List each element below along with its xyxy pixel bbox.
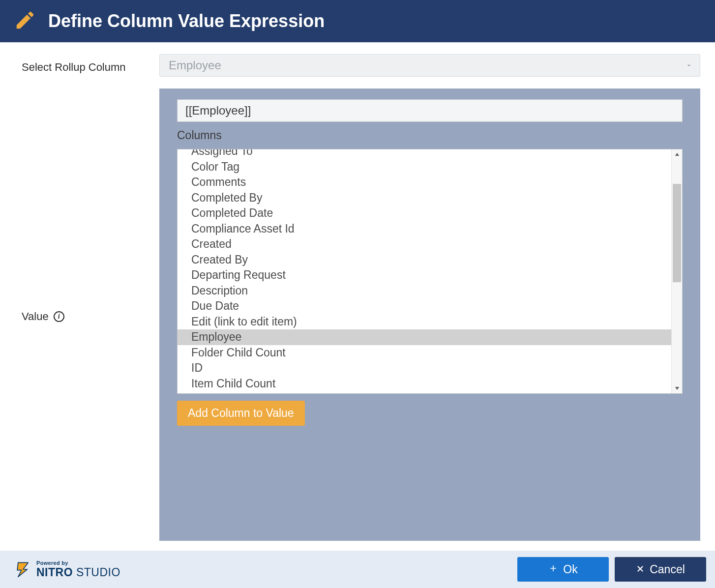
brand: Powered by NITRO STUDIO	[15, 560, 120, 579]
nitro-logo-icon	[15, 561, 31, 578]
rollup-column-value: Employee	[169, 59, 221, 72]
powered-by-text: Powered by	[36, 560, 120, 566]
cancel-button[interactable]: Cancel	[615, 557, 706, 582]
list-item[interactable]: Created	[178, 236, 671, 252]
brand-name-thin: STUDIO	[73, 566, 120, 579]
columns-listbox: Assigned ToColor TagCommentsCompleted By…	[177, 149, 683, 394]
list-item[interactable]: Created By	[178, 252, 671, 268]
list-item[interactable]: Description	[178, 283, 671, 299]
scrollbar-thumb[interactable]	[673, 184, 681, 282]
list-item[interactable]: Comments	[178, 175, 671, 190]
list-item[interactable]: Departing Request	[178, 267, 671, 283]
columns-list[interactable]: Assigned ToColor TagCommentsCompleted By…	[178, 149, 671, 393]
list-item[interactable]: Label applied by	[178, 391, 671, 393]
rollup-column-select[interactable]: Employee	[159, 54, 700, 77]
list-item[interactable]: Edit (link to edit item)	[178, 314, 671, 330]
value-label: Value i	[22, 88, 159, 541]
list-item[interactable]: Completed By	[178, 190, 671, 206]
list-item[interactable]: Item Child Count	[178, 376, 671, 392]
list-item[interactable]: Color Tag	[178, 159, 671, 175]
brand-name: NITRO STUDIO	[36, 566, 120, 579]
list-item[interactable]: Compliance Asset Id	[178, 221, 671, 237]
footer-buttons: Ok Cancel	[517, 557, 706, 582]
value-input[interactable]	[177, 99, 683, 122]
list-item[interactable]: Completed Date	[178, 206, 671, 221]
scroll-up-icon[interactable]	[672, 149, 682, 159]
info-icon[interactable]: i	[54, 311, 64, 322]
list-item[interactable]: Folder Child Count	[178, 345, 671, 361]
list-item[interactable]: Assigned To	[178, 149, 671, 159]
plus-icon	[548, 563, 558, 576]
columns-scrollbar[interactable]	[671, 149, 682, 393]
value-panel: Columns Assigned ToColor TagCommentsComp…	[159, 88, 700, 541]
ok-button-label: Ok	[563, 563, 577, 576]
pencil-icon	[14, 9, 36, 33]
dialog-footer: Powered by NITRO STUDIO Ok Cancel	[0, 551, 715, 588]
list-item[interactable]: ID	[178, 360, 671, 376]
rollup-column-label: Select Rollup Column	[22, 54, 159, 77]
list-item[interactable]: Due Date	[178, 298, 671, 314]
add-column-to-value-button[interactable]: Add Column to Value	[177, 401, 305, 426]
ok-button[interactable]: Ok	[517, 557, 609, 582]
dialog-body: Select Rollup Column Employee Value i Co…	[0, 42, 715, 551]
list-item[interactable]: Employee	[178, 329, 671, 345]
dialog-title: Define Column Value Expression	[48, 11, 325, 31]
columns-label: Columns	[177, 129, 683, 142]
close-icon	[636, 563, 645, 576]
brand-text: Powered by NITRO STUDIO	[36, 560, 120, 579]
value-label-text: Value	[22, 310, 49, 323]
chevron-down-icon	[685, 59, 693, 72]
dialog-header: Define Column Value Expression	[0, 0, 715, 42]
scroll-down-icon[interactable]	[672, 383, 682, 393]
brand-name-bold: NITRO	[36, 566, 73, 579]
cancel-button-label: Cancel	[650, 563, 685, 576]
